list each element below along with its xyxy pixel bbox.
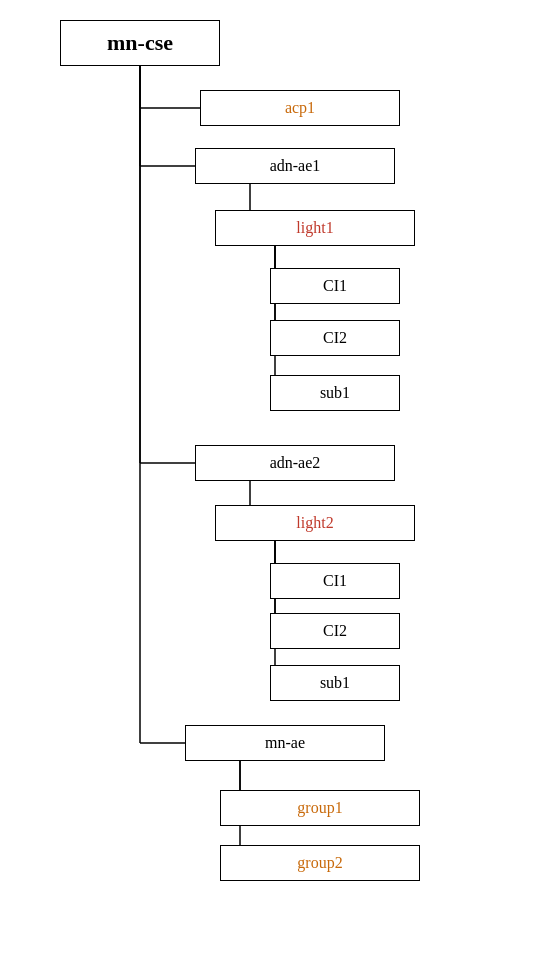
node-ci2-2: CI2: [270, 613, 400, 649]
node-adn-ae1: adn-ae1: [195, 148, 395, 184]
node-light1: light1: [215, 210, 415, 246]
label-light2: light2: [296, 514, 333, 532]
label-mn-ae: mn-ae: [265, 734, 305, 752]
node-ci2-1: CI2: [270, 320, 400, 356]
node-ci1-2: CI1: [270, 563, 400, 599]
node-group1: group1: [220, 790, 420, 826]
label-ci2-2: CI2: [323, 622, 347, 640]
label-adn-ae1: adn-ae1: [270, 157, 321, 175]
node-ci1-1: CI1: [270, 268, 400, 304]
tree-container: mn-cse acp1 adn-ae1 light1 CI1 CI2 sub1 …: [0, 0, 560, 40]
label-sub1-1: sub1: [320, 384, 350, 402]
label-light1: light1: [296, 219, 333, 237]
node-acp1: acp1: [200, 90, 400, 126]
node-mn-ae: mn-ae: [185, 725, 385, 761]
node-sub1-2: sub1: [270, 665, 400, 701]
label-ci1-2: CI1: [323, 572, 347, 590]
node-sub1-1: sub1: [270, 375, 400, 411]
label-group1: group1: [297, 799, 342, 817]
node-adn-ae2: adn-ae2: [195, 445, 395, 481]
node-mn-cse: mn-cse: [60, 20, 220, 66]
label-mn-cse: mn-cse: [107, 30, 173, 56]
label-adn-ae2: adn-ae2: [270, 454, 321, 472]
label-acp1: acp1: [285, 99, 315, 117]
label-sub1-2: sub1: [320, 674, 350, 692]
label-group2: group2: [297, 854, 342, 872]
node-light2: light2: [215, 505, 415, 541]
label-ci1-1: CI1: [323, 277, 347, 295]
node-group2: group2: [220, 845, 420, 881]
label-ci2-1: CI2: [323, 329, 347, 347]
